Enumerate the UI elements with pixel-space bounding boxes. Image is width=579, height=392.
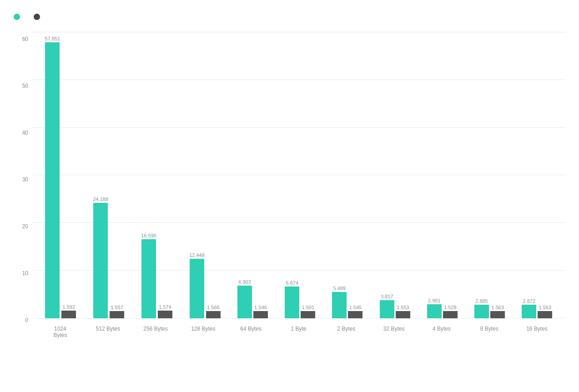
bar-ref: 1.563 [490,305,505,318]
x-labels: 1024Bytes512 Bytes256 Bytes128 Bytes64 B… [32,323,565,355]
bar-pair: 2.872 1.563 [522,298,552,318]
bar-group: 3.817 1.553 [380,294,410,318]
bar-pair: 24.188 1.557 [93,196,124,318]
bar-pair: 3.817 1.553 [380,294,410,318]
bar-val-rect [237,286,252,318]
bar-ref-label: 1.563 [539,305,551,310]
bar-pair: 16.596 1.574 [141,233,172,318]
bar-pair: 57.851 1.592 [45,36,76,318]
bar-ref-rect [61,311,76,318]
x-axis-label: 256 Bytes [140,326,171,332]
bar-val-label: 6.903 [238,279,251,285]
bar-ref-rect [490,311,505,318]
legend-dot-ref [34,14,40,20]
y-axis-label: 0 [25,317,28,323]
bar-val-label: 24.188 [93,196,108,202]
bar-val-label: 2.872 [523,298,535,304]
x-axis-label: 32 Bytes [378,326,410,332]
bar-group: 24.188 1.557 [93,196,124,318]
bar-val: 3.817 [380,294,394,318]
bar-val-rect [285,286,299,318]
bar-group: 2.991 1.528 [427,298,458,318]
bar-ref: 1.553 [396,305,410,318]
legend-dot-val [14,14,20,20]
bar-ref: 1.563 [538,305,552,318]
bar-pair: 5.489 1.545 [332,286,363,318]
bar-ref-label: 1.563 [491,305,504,310]
legend-item-ref [34,14,43,20]
bar-val-rect [474,305,489,318]
bar-ref: 1.557 [110,305,124,318]
bar-ref-label: 1.557 [111,305,123,310]
bar-group: 6.674 1.501 [285,280,315,318]
bar-ref-rect [348,311,363,318]
x-axis-label: 4 Bytes [426,326,458,332]
bar-group: 2.872 1.563 [522,298,552,318]
bar-val: 6.903 [237,279,252,318]
x-axis-label: 8 Bytes [473,326,505,332]
y-axis-label: 10 [22,271,28,276]
x-axis-label: 1024Bytes [44,326,76,338]
bar-ref: 1.574 [158,304,172,318]
bar-ref-rect [301,311,315,318]
y-axis-label: 40 [22,130,28,136]
bar-ref: 1.501 [301,305,315,318]
bar-ref: 1.528 [443,305,458,318]
bar-ref-label: 1.553 [397,305,409,310]
bar-val: 5.489 [332,286,347,318]
bar-val: 2.872 [522,298,536,318]
bar-ref-rect [110,311,124,318]
bar-val-label: 2.885 [475,298,488,304]
x-axis-label: 1 Byte [282,326,314,332]
bar-ref-label: 1.545 [349,305,362,310]
bar-pair: 6.674 1.501 [285,280,315,318]
bar-val-rect [522,305,536,318]
bar-val-label: 3.817 [381,294,393,299]
bar-ref-label: 1.574 [159,304,171,310]
y-axis: 6050403020100 [14,32,32,323]
legend [14,14,565,20]
x-axis-label: 128 Bytes [187,326,219,332]
bar-val-label: 2.991 [428,298,441,303]
bar-val-label: 12.448 [189,252,205,258]
bar-val: 57.851 [45,36,60,318]
bar-ref-rect [206,311,221,318]
bar-val-rect [141,239,156,318]
bar-val-rect [427,304,442,318]
bar-val-label: 16.596 [141,233,156,238]
y-axis-label: 50 [22,83,28,89]
bar-ref: 1.592 [61,304,76,318]
bar-val: 6.674 [285,280,299,318]
bar-ref-label: 1.528 [444,305,457,310]
bar-ref-label: 1.566 [207,305,220,310]
bar-ref: 1.546 [253,305,268,318]
bar-pair: 6.903 1.546 [237,279,268,318]
bar-group: 2.885 1.563 [474,298,505,318]
bar-val-label: 5.489 [333,286,346,291]
bar-pair: 2.991 1.528 [427,298,458,318]
bar-pair: 2.885 1.563 [474,298,505,318]
bar-pair: 12.448 1.566 [189,252,221,318]
bar-group: 5.489 1.545 [332,286,363,318]
bar-val-rect [45,42,60,318]
chart-inner: 57.851 1.592 24.188 1.557 16.596 1.574 1… [32,27,565,355]
bar-ref-label: 1.592 [62,304,75,310]
y-axis-label: 20 [22,224,28,229]
bar-val: 16.596 [141,233,156,318]
bar-ref: 1.545 [348,305,363,318]
bar-ref-label: 1.546 [254,305,267,310]
bar-val-rect [93,203,108,318]
bar-val: 2.885 [474,298,489,318]
bar-ref-label: 1.501 [302,305,314,310]
x-axis-label: 2 Bytes [330,326,362,332]
bar-ref-rect [158,311,172,318]
bar-group: 12.448 1.566 [189,252,221,318]
bar-ref: 1.566 [206,305,221,318]
bar-val-label: 6.674 [286,280,298,286]
bar-val-label: 57.851 [45,36,60,41]
bars-container: 57.851 1.592 24.188 1.557 16.596 1.574 1… [32,32,565,318]
bar-group: 16.596 1.574 [141,233,172,318]
bar-ref-rect [396,311,410,318]
bar-ref-rect [253,311,268,318]
y-axis-label: 30 [22,177,28,182]
